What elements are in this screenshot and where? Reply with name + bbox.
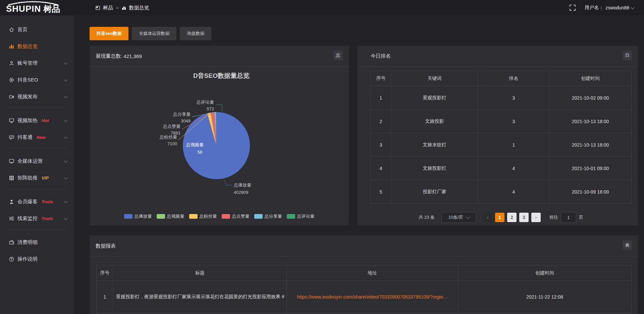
chevron-down-icon (631, 5, 634, 9)
cell-rank: 3 (478, 86, 549, 110)
page-size-select[interactable]: 10条/页 (441, 212, 476, 223)
pie-label-shares: 总分享量 (173, 112, 191, 117)
chevron-down-icon (466, 215, 470, 219)
next-page-button[interactable]: › (531, 213, 541, 222)
app-logo[interactable]: SHUPIN 树品 (6, 1, 60, 15)
sidebar-item-doukeotong[interactable]: 抖客通 New (0, 129, 74, 146)
sidebar-item-douyin-seo[interactable]: 抖音SEO (0, 71, 74, 88)
legend-item[interactable]: 总点赞量 (222, 213, 250, 219)
legend-item[interactable]: 总播放量 (124, 213, 152, 219)
column-header: 序号 (97, 265, 113, 281)
legend-item[interactable]: 总粉丝量 (189, 213, 217, 219)
sidebar-divider (6, 229, 68, 230)
display-icon (9, 118, 14, 123)
user-menu[interactable]: 用户名： zswodun88 (585, 5, 634, 11)
cell-created: 2021-10-01 09:00 (549, 157, 632, 180)
seo-overview-panel: D音SEO数据量总览 总评论量 572 总分享量 3049 总点赞量 7681 … (90, 46, 349, 225)
sidebar-item-label: 操作说明 (17, 256, 38, 262)
pagination: 共 23 条 10条/页 ‹ 1 2 3 › 前往 页 (371, 211, 631, 223)
bar-chart-icon (9, 44, 14, 49)
tab-media-operation-data[interactable]: 全媒体运营数据 (132, 27, 176, 40)
page-button-3[interactable]: 3 (519, 213, 529, 222)
panel-header: 展现量总数: 421,369 总 (90, 46, 349, 66)
sidebar-item-data-overview[interactable]: 数据总览 (0, 38, 74, 55)
fullscreen-icon[interactable] (569, 4, 576, 11)
sidebar-item-label: 数据总览 (17, 43, 38, 50)
table-view-button[interactable]: 表 (623, 241, 632, 250)
pie-label-videos: 总视频量 (186, 142, 204, 147)
sidebar-item-operation-guide[interactable]: 操作说明 (0, 251, 74, 267)
username-label: 用户名： (585, 5, 603, 11)
sidebar-item-consumption-detail[interactable]: 消费明细 (0, 234, 74, 251)
sidebar-item-label: 消费明细 (17, 239, 38, 246)
cell-keyword: 文旅投影灯 (391, 157, 478, 180)
wallet-icon (9, 240, 14, 245)
video-link[interactable]: https://www.iesdouyin.com/share/video/70… (297, 294, 448, 300)
cell-created: 2021-10-13 18:00 (549, 133, 632, 157)
cell-no: 4 (371, 157, 391, 180)
sidebar-item-home[interactable]: 首页 (0, 21, 74, 38)
sidebar-item-matrix-boost[interactable]: 矩阵助推 VIP (0, 169, 74, 186)
sidebar-item-label: 账号管理 (17, 60, 38, 66)
impressions-total-label: 展现量总数: (96, 53, 122, 59)
goto-unit: 页 (579, 214, 583, 220)
cell-rank: 4 (478, 180, 549, 204)
sidebar-item-label: 视频发布 (17, 94, 38, 100)
column-header: 排名 (478, 71, 549, 86)
sidebar-item-label: 会员爆客 (17, 199, 38, 205)
cell-keyword: 文旅投影 (391, 110, 478, 133)
topbar-actions: 用户名： zswodun88 (569, 0, 634, 15)
legend-label: 总粉丝量 (200, 213, 217, 219)
chart-legend: 总播放量 总视频量 总粉丝量 总点赞量 总分享量 总评论量 (90, 213, 349, 219)
sidebar-item-clue-monitor[interactable]: 线索监控 Tools (0, 210, 74, 227)
video-camera-icon (9, 94, 14, 100)
total-view-button[interactable]: 总 (333, 51, 343, 60)
chevron-down-icon (64, 61, 67, 64)
daily-view-button[interactable]: 日 (623, 51, 632, 60)
user-icon (9, 60, 14, 66)
legend-item[interactable]: 总评论量 (287, 213, 315, 219)
tab-inquiry-data[interactable]: 询盘数据 (180, 27, 211, 40)
cell-created: 2021-10-13 18:00 (549, 110, 632, 133)
cell-rank: 4 (478, 157, 549, 180)
sidebar-item-member-marketing[interactable]: 会员爆客 Tools (0, 193, 74, 210)
chevron-down-icon (64, 118, 67, 122)
breadcrumb-current: 数据总览 (129, 5, 149, 11)
question-circle-icon (9, 256, 14, 262)
prev-page-button[interactable]: ‹ (483, 213, 492, 222)
breadcrumb-root[interactable]: 树品 (103, 5, 113, 11)
sidebar-divider (6, 108, 68, 108)
column-header: 关键词 (391, 71, 478, 86)
label-line-play (223, 178, 232, 185)
sidebar-divider (6, 189, 68, 189)
tools-badge: Tools (42, 216, 53, 221)
chat-bubble-icon (9, 135, 14, 140)
cell-no: 2 (371, 110, 391, 133)
cell-created: 2021-10-02 09:00 (549, 86, 632, 110)
page-button-1[interactable]: 1 (495, 213, 504, 222)
column-header: 序号 (371, 71, 391, 86)
cell-no: 5 (371, 180, 391, 204)
legend-item[interactable]: 总分享量 (254, 213, 282, 219)
page-button-2[interactable]: 2 (507, 213, 517, 222)
cell-created: 2021-11-22 12:08 (458, 281, 632, 313)
pie-value-comments: 572 (207, 106, 214, 111)
breadcrumb: 树品 > 数据总览 (96, 0, 149, 15)
sidebar-item-video-heating[interactable]: 视频加热 Hot (0, 112, 74, 129)
pie-label-likes: 总点赞量 (163, 124, 180, 129)
sidebar-item-media-operation[interactable]: 全媒体运营 (0, 153, 74, 169)
column-header: 地址 (287, 265, 458, 281)
sidebar-item-account-management[interactable]: 账号管理 (0, 55, 74, 71)
column-header: 创建时间 (458, 265, 632, 281)
impressions-total-value: 421,369 (123, 53, 142, 59)
legend-label: 总点赞量 (232, 213, 250, 219)
cell-rank: 1 (478, 133, 549, 157)
sidebar: 首页 数据总览 账号管理 抖音SEO 视频发布 视频加热 Hot 抖客通 New… (0, 15, 74, 314)
goto-page-input[interactable] (561, 212, 576, 223)
top-bar: SHUPIN 树品 树品 > 数据总览 用户名： zswodun88 (0, 0, 644, 15)
sidebar-item-video-publish[interactable]: 视频发布 (0, 88, 74, 105)
tab-douyin-seo-data[interactable]: 抖音seo数据 (90, 27, 128, 40)
sidebar-item-label: 全媒体运营 (17, 158, 43, 164)
pie-chart: D音SEO数据量总览 总评论量 572 总分享量 3049 总点赞量 7681 … (90, 46, 349, 225)
legend-item[interactable]: 总视频量 (157, 213, 184, 219)
